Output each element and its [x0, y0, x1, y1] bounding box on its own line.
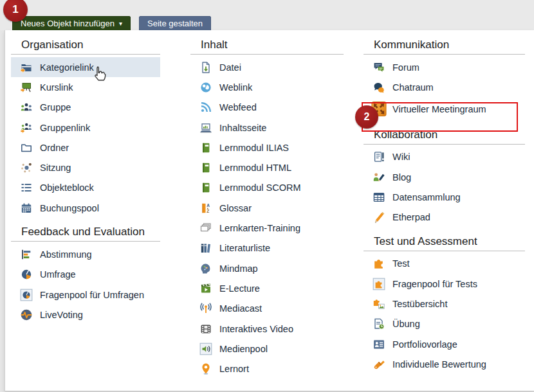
menu-item-label: Glossar: [219, 203, 252, 213]
sitzung-icon: [19, 160, 34, 175]
menu-item-label: Buchungspool: [40, 203, 99, 213]
chatraum-icon: [371, 80, 387, 95]
menu-item-mindmap[interactable]: Mindmap: [190, 258, 344, 278]
menu-item-umfrage[interactable]: Umfrage: [11, 265, 160, 285]
menu-item-etherpad[interactable]: Etherpad: [364, 207, 525, 227]
e-lecture-icon: [198, 281, 214, 296]
livevoting-icon: [19, 307, 34, 323]
menu-item-individuelle-bewertung[interactable]: Individuelle Bewertung: [364, 354, 525, 374]
menu-item-label: Interaktives Video: [219, 324, 293, 334]
annotation-highlight-box: [362, 102, 518, 132]
menu-item-webfeed[interactable]: Webfeed: [190, 98, 344, 118]
menu-item-lernkarten-training[interactable]: Lernkarten-Training: [190, 218, 344, 238]
design-page-button[interactable]: Seite gestalten: [139, 16, 211, 31]
menu-item-wiki[interactable]: Wiki: [364, 147, 525, 167]
section-items: WikiBlogDatensammlungEtherpad: [364, 145, 525, 227]
menu-item-lernmodul-scorm[interactable]: Lernmodul SCORM: [190, 178, 344, 198]
kurslink-icon: [19, 80, 34, 95]
menu-item-e-lecture[interactable]: E-Lecture: [190, 278, 344, 298]
menu-item-sitzung[interactable]: Sitzung: [11, 157, 160, 177]
blog-icon: [371, 170, 387, 185]
menu-item-label: Fragenpool für Tests: [392, 279, 477, 289]
menu-item-label: Ordner: [40, 143, 69, 153]
section-items: DateiWeblinkWebfeedInhaltsseiteLernmodul…: [190, 55, 344, 379]
menu-item-interaktives-video[interactable]: Interaktives Video: [190, 319, 344, 339]
menu-item-label: Kurslink: [40, 82, 73, 93]
menu-item-buchungspool[interactable]: Buchungspool: [11, 198, 160, 218]
fragenpool-umfragen-icon: [19, 287, 34, 303]
mindmap-icon: [198, 261, 214, 276]
menu-item-datensammlung[interactable]: Datensammlung: [364, 187, 525, 207]
objekteblock-icon: [19, 180, 34, 195]
individuelle-bewertung-icon: [371, 357, 387, 372]
add-object-button[interactable]: Neues Objekt hinzufügen ▾: [12, 16, 131, 31]
menu-item-kurslink[interactable]: Kurslink: [11, 77, 160, 97]
menu-item-test[interactable]: Test: [364, 254, 525, 274]
menu-item-chatraum[interactable]: Chatraum: [364, 77, 525, 97]
gruppenlink-icon: [19, 120, 34, 136]
menu-item-portfoliovorlage[interactable]: Portfoliovorlage: [364, 334, 525, 354]
etherpad-icon: [371, 209, 387, 225]
section-items: AbstimmungUmfrageFragenpool für Umfragen…: [11, 242, 160, 325]
menu-item-ordner[interactable]: Ordner: [11, 138, 160, 157]
ordner-icon: [19, 140, 34, 156]
menu-item-label: Abstimmung: [40, 249, 92, 260]
forum-icon: [371, 60, 387, 75]
menu-item-lernmodul-html[interactable]: Lernmodul HTML: [190, 157, 344, 177]
menu-item-label: LiveVoting: [40, 310, 83, 320]
menu-item-label: Übung: [392, 319, 420, 329]
menu-item-gruppenlink[interactable]: Gruppenlink: [11, 118, 160, 138]
lernort-icon: [198, 361, 214, 377]
lernmodul-html-icon: [198, 160, 214, 175]
datensammlung-icon: [371, 190, 387, 205]
section-title: Feedback und Evaluation: [11, 226, 160, 242]
menu-column-organisation: OrganisationKategorielinkKurslinkGruppeG…: [11, 39, 160, 325]
menu-item-gruppe[interactable]: Gruppe: [11, 98, 160, 118]
test-icon: [371, 256, 387, 271]
menu-item-objekteblock[interactable]: Objekteblock: [11, 178, 160, 198]
menu-item-weblink[interactable]: Weblink: [190, 77, 344, 97]
menu-item-label: Sitzung: [40, 163, 71, 173]
caret-down-icon: ▾: [119, 17, 122, 30]
menu-item-label: Forum: [392, 62, 419, 73]
umfrage-icon: [19, 267, 34, 282]
menu-item-fragenpool-tests[interactable]: Fragenpool für Tests: [364, 274, 525, 294]
portfoliovorlage-icon: [371, 337, 387, 352]
mediacast-icon: [198, 301, 214, 316]
inhaltsseite-icon: [198, 120, 214, 136]
menu-item-label: Objekteblock: [40, 183, 94, 193]
design-page-button-label: Seite gestalten: [147, 17, 203, 30]
literaturliste-icon: [198, 240, 214, 256]
menu-item-livevoting[interactable]: LiveVoting: [11, 305, 160, 325]
menu-item-uebung[interactable]: Übung: [364, 314, 525, 334]
menu-item-blog[interactable]: Blog: [364, 167, 525, 187]
menu-item-glossar[interactable]: AZGlossar: [190, 198, 344, 218]
menu-item-label: Etherpad: [392, 212, 430, 222]
menu-item-inhaltsseite[interactable]: Inhaltsseite: [190, 118, 344, 138]
menu-item-label: Fragenpool für Umfragen: [40, 290, 144, 300]
menu-item-lernort[interactable]: Lernort: [190, 359, 344, 379]
toolbar: Neues Objekt hinzufügen ▾ Seite gestalte…: [0, 0, 534, 30]
add-object-dropdown-panel: OrganisationKategorielinkKurslinkGruppeG…: [5, 30, 534, 391]
menu-item-label: Gruppenlink: [40, 123, 90, 133]
menu-item-medienpool[interactable]: Medienpool: [190, 339, 344, 359]
menu-item-mediacast[interactable]: Mediacast: [190, 299, 344, 319]
svg-text:A: A: [207, 203, 210, 208]
menu-item-label: Portfoliovorlage: [392, 339, 457, 350]
menu-item-abstimmung[interactable]: Abstimmung: [11, 244, 160, 264]
menu-item-label: Lernort: [219, 364, 249, 374]
menu-item-kategorielink[interactable]: Kategorielink: [11, 57, 160, 77]
menu-item-label: Individuelle Bewertung: [392, 359, 486, 370]
menu-item-datei[interactable]: Datei: [190, 57, 344, 77]
lernkarten-training-icon: [198, 220, 214, 236]
menu-item-lernmodul-ilias[interactable]: Lernmodul ILIAS: [190, 138, 344, 157]
menu-item-label: Lernmodul HTML: [219, 163, 291, 173]
interaktives-video-icon: [198, 321, 214, 337]
menu-item-label: Webfeed: [219, 102, 257, 112]
menu-item-label: Mindmap: [219, 263, 258, 274]
menu-item-forum[interactable]: Forum: [364, 57, 525, 77]
menu-item-testuebersicht[interactable]: Testübersicht: [364, 294, 525, 314]
menu-item-literaturliste[interactable]: Literaturliste: [190, 238, 344, 258]
menu-item-label: Mediacast: [219, 303, 262, 314]
menu-item-fragenpool-umfragen[interactable]: Fragenpool für Umfragen: [11, 285, 160, 305]
